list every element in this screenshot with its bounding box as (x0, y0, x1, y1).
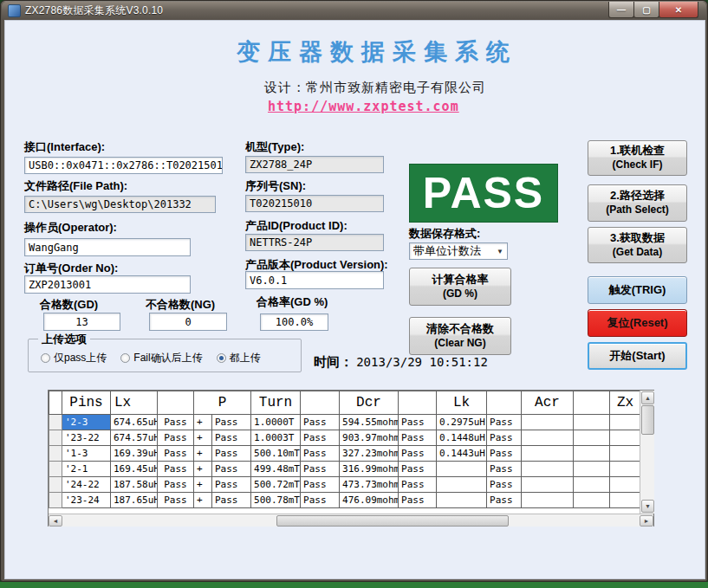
table-header-cell[interactable] (487, 391, 522, 415)
table-header-cell[interactable]: Dcr (340, 391, 399, 415)
table-cell[interactable] (522, 430, 574, 446)
table-cell[interactable]: 187.58uH (111, 477, 158, 493)
row-header[interactable] (49, 415, 62, 430)
table-cell[interactable]: Pass (399, 462, 437, 477)
gd-rate-field[interactable]: 100.0% (260, 313, 328, 331)
machine-type-field[interactable]: ZX2788_24P (245, 156, 384, 173)
row-header[interactable] (49, 446, 62, 462)
table-cell[interactable]: Pass (212, 446, 251, 462)
table-header-cell[interactable] (399, 391, 437, 415)
table-cell[interactable] (437, 462, 487, 477)
table-cell[interactable]: Pass (158, 462, 194, 477)
gd-count-field[interactable]: 13 (43, 313, 120, 331)
radio-upload-all[interactable]: 都上传 (217, 351, 261, 365)
table-cell[interactable]: Pass (158, 430, 194, 446)
table-cell[interactable]: 903.97mohm (340, 430, 399, 446)
table-header-cell[interactable]: Zx (610, 391, 641, 415)
radio-pass-only[interactable]: 仅pass上传 (41, 351, 107, 365)
table-cell[interactable]: Pass (158, 415, 194, 430)
get-data-button[interactable]: 3.获取数据 (Get Data) (588, 227, 687, 263)
table-header-cell[interactable]: Lx (111, 391, 158, 415)
table-cell[interactable]: '2-3 (62, 415, 111, 430)
table-cell[interactable]: Pass (399, 446, 437, 462)
horizontal-scrollbar[interactable]: ◄ ► (49, 514, 653, 527)
table-cell[interactable] (574, 477, 610, 493)
table-header-cell[interactable]: Pins (62, 391, 111, 415)
table-cell[interactable] (610, 415, 641, 430)
table-cell[interactable]: Pass (301, 430, 340, 446)
file-path-field[interactable]: C:\Users\wg\Desktop\201332 (24, 196, 216, 213)
table-cell[interactable]: + (194, 415, 212, 430)
table-cell[interactable] (574, 430, 610, 446)
reset-button[interactable]: 复位(Reset) (588, 309, 687, 337)
table-cell[interactable]: 500.10mT (251, 446, 301, 462)
table-cell[interactable]: 594.55mohm (340, 415, 399, 430)
table-cell[interactable]: Pass (487, 430, 522, 446)
table-header-cell[interactable] (49, 391, 62, 415)
vertical-scroll-thumb[interactable] (641, 405, 654, 435)
table-cell[interactable]: 500.78mT (251, 493, 301, 508)
table-cell[interactable]: 0.1443uH (437, 446, 487, 462)
table-cell[interactable]: Pass (212, 415, 251, 430)
table-cell[interactable]: Pass (212, 493, 251, 508)
table-cell[interactable]: '24-22 (62, 477, 111, 493)
row-header[interactable] (49, 462, 62, 477)
table-cell[interactable]: Pass (399, 477, 437, 493)
product-id-field[interactable]: NETTRS-24P (245, 234, 384, 251)
scroll-right-button[interactable]: ► (640, 515, 653, 527)
table-cell[interactable]: '23-22 (62, 430, 111, 446)
table-cell[interactable]: + (194, 477, 212, 493)
table-cell[interactable]: Pass (399, 430, 437, 446)
table-cell[interactable]: 500.72mT (251, 477, 301, 493)
table-cell[interactable]: Pass (487, 415, 522, 430)
table-cell[interactable] (610, 446, 641, 462)
horizontal-scroll-thumb[interactable] (276, 515, 509, 527)
table-cell[interactable]: Pass (158, 477, 194, 493)
table-cell[interactable]: Pass (212, 430, 251, 446)
serial-no-field[interactable]: T020215010 (245, 195, 384, 212)
table-cell[interactable]: + (194, 462, 212, 477)
trig-button[interactable]: 触发(TRIG) (588, 276, 687, 304)
table-header-cell[interactable] (574, 391, 610, 415)
table-cell[interactable] (574, 415, 610, 430)
table-cell[interactable] (522, 493, 574, 508)
table-header-cell[interactable]: Turn (251, 391, 301, 415)
table-cell[interactable] (610, 462, 641, 477)
table-cell[interactable]: Pass (301, 446, 340, 462)
table-cell[interactable]: Pass (487, 446, 522, 462)
table-cell[interactable] (522, 477, 574, 493)
table-cell[interactable] (522, 415, 574, 430)
table-cell[interactable]: Pass (399, 415, 437, 430)
table-cell[interactable]: Pass (158, 446, 194, 462)
calc-rate-button[interactable]: 计算合格率 (GD %) (409, 268, 511, 306)
table-cell[interactable]: 674.57uH (111, 430, 158, 446)
table-cell[interactable]: 327.23mohm (340, 446, 399, 462)
table-cell[interactable]: 0.1448uH (437, 430, 487, 446)
row-header[interactable] (49, 430, 62, 446)
operator-field[interactable]: WangGang (24, 238, 191, 256)
table-cell[interactable] (610, 430, 641, 446)
ng-count-field[interactable]: 0 (149, 313, 227, 331)
table-cell[interactable] (610, 493, 641, 508)
table-cell[interactable] (574, 462, 610, 477)
table-cell[interactable] (610, 477, 641, 493)
scroll-left-button[interactable]: ◄ (49, 515, 62, 527)
table-cell[interactable]: 169.39uH (111, 446, 158, 462)
table-cell[interactable]: '1-3 (62, 446, 111, 462)
table-cell[interactable]: Pass (487, 493, 522, 508)
radio-fail-confirm[interactable]: Fail确认后上传 (120, 351, 202, 365)
table-cell[interactable]: + (194, 430, 212, 446)
table-header-cell[interactable] (158, 391, 194, 415)
table-cell[interactable]: Pass (301, 493, 340, 508)
table-header-cell[interactable]: Lk (437, 391, 487, 415)
table-cell[interactable]: Pass (301, 477, 340, 493)
table-cell[interactable]: Pass (487, 462, 522, 477)
path-select-button[interactable]: 2.路径选择 (Path Select) (588, 184, 687, 222)
table-cell[interactable] (437, 477, 487, 493)
check-if-button[interactable]: 1.联机检查 (Check IF) (588, 140, 687, 176)
table-cell[interactable] (574, 446, 610, 462)
table-header-cell[interactable]: P (194, 391, 251, 415)
table-cell[interactable]: '23-24 (62, 493, 111, 508)
row-header[interactable] (49, 493, 62, 508)
order-no-field[interactable]: ZXP2013001 (24, 275, 191, 294)
